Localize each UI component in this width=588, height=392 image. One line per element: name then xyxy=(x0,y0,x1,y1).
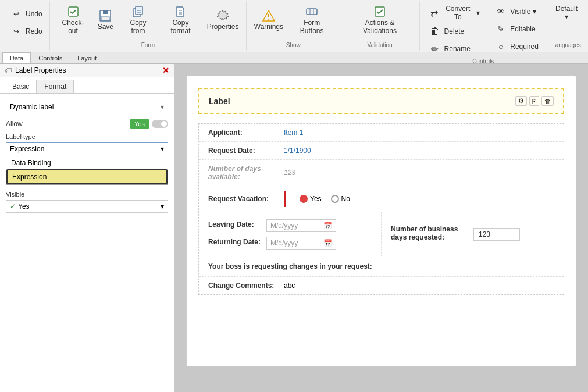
returning-date-label: Returning Date: xyxy=(208,238,266,246)
visible-arrow-icon: ▾ xyxy=(161,202,164,211)
calendar-icon: 📅 xyxy=(323,222,332,230)
form-row-request-vacation: Request Vacation: Yes No xyxy=(199,186,564,212)
leaving-date-row: Leaving Date: M/d/yyyy 📅 xyxy=(208,217,372,234)
tab-data[interactable]: Data xyxy=(2,52,31,63)
main-layout: 🏷 Label Properties ✕ Basic Format Dynami… xyxy=(0,64,588,392)
languages-group: Default ▾ Languages xyxy=(547,1,586,51)
panel-content: Dynamic label ▾ Allow Yes Label type Exp… xyxy=(0,94,174,392)
save-button[interactable]: Save xyxy=(94,8,117,32)
form-group: Check-out Save Copy from Copy format xyxy=(50,1,247,51)
undo-button[interactable]: ↩ Undo xyxy=(6,6,46,22)
warnings-icon xyxy=(262,9,276,23)
change-comments-value: abc xyxy=(284,281,295,290)
copy-format-button[interactable]: Copy format xyxy=(159,3,202,36)
convert-to-button[interactable]: ⇄ Convert To ▾ xyxy=(425,3,484,22)
visible-select[interactable]: ✓ Yes ▾ xyxy=(6,200,168,213)
leaving-date-input[interactable]: M/d/yyyy 📅 xyxy=(266,219,336,232)
panel-close-button[interactable]: ✕ xyxy=(162,66,169,74)
form-canvas: Label ⚙ ⎘ 🗑 Applicant: Item 1 Request Da… xyxy=(186,76,576,366)
editable-button[interactable]: ✎ Editable xyxy=(490,21,542,37)
label-widget: Label ⚙ ⎘ 🗑 xyxy=(198,88,564,114)
default-language-button[interactable]: Default ▾ xyxy=(552,3,581,22)
label-type-select[interactable]: Expression ▾ xyxy=(6,142,168,155)
redo-icon: ↪ xyxy=(9,24,23,38)
copy-from-icon xyxy=(131,5,145,19)
panel-tabs: Basic Format xyxy=(0,77,174,94)
widget-controls: ⚙ ⎘ 🗑 xyxy=(515,96,554,106)
tab-controls[interactable]: Controls xyxy=(31,52,70,63)
properties-icon xyxy=(216,9,230,23)
radio-yes[interactable]: Yes xyxy=(300,195,322,203)
copy-format-icon xyxy=(173,5,187,19)
properties-button[interactable]: Properties xyxy=(204,8,241,32)
form-col-dates: Leaving Date: M/d/yyyy 📅 Returning Date:… xyxy=(199,212,382,256)
radio-divider xyxy=(284,191,286,207)
warnings-button[interactable]: Warnings xyxy=(251,8,286,32)
copy-from-button[interactable]: Copy from xyxy=(119,3,156,36)
required-button[interactable]: ○ Required xyxy=(490,38,542,55)
label-type-dropdown: Data Binding Expression xyxy=(6,156,168,185)
form-row-applicant: Applicant: Item 1 xyxy=(199,124,564,142)
checkout-button[interactable]: Check-out xyxy=(55,3,92,36)
dropdown-item-data-binding[interactable]: Data Binding xyxy=(6,156,168,169)
form-buttons-icon xyxy=(305,5,319,19)
request-date-value: 1/1/1900 xyxy=(284,147,311,155)
actions-icon xyxy=(373,5,387,19)
tab-layout[interactable]: Layout xyxy=(70,52,104,63)
radio-yes-circle xyxy=(300,195,308,203)
widget-copy-button[interactable]: ⎘ xyxy=(529,96,539,106)
form-row-change-comments: Change Comments: abc xyxy=(199,277,564,294)
rename-button[interactable]: ✏ Rename xyxy=(425,41,484,57)
rename-icon: ✏ xyxy=(428,42,442,56)
radio-yes-label: Yes xyxy=(310,195,322,203)
select-arrow-icon: ▾ xyxy=(161,145,164,153)
required-icon: ○ xyxy=(494,40,508,54)
label-type-section: Label type Expression ▾ Data Binding Exp… xyxy=(6,133,168,185)
dynamic-label-select[interactable]: Dynamic label ▾ xyxy=(6,101,168,113)
delete-button[interactable]: 🗑 Delete xyxy=(425,23,484,40)
canvas-area: Label ⚙ ⎘ 🗑 Applicant: Item 1 Request Da… xyxy=(174,64,588,392)
visible-label: Visible xyxy=(6,191,168,198)
panel-tab-format[interactable]: Format xyxy=(37,80,74,93)
svg-point-14 xyxy=(268,19,269,20)
days-available-value: 123 xyxy=(284,169,295,177)
radio-no[interactable]: No xyxy=(331,195,350,203)
visible-section: Visible ✓ Yes ▾ xyxy=(6,191,168,213)
form-row-dates-business: Leaving Date: M/d/yyyy 📅 Returning Date:… xyxy=(199,212,564,256)
visible-icon: 👁 xyxy=(494,5,508,19)
controls-group: ⇄ Convert To ▾ 🗑 Delete ✏ Rename 👁 Visib… xyxy=(420,1,547,51)
days-available-label: Number of daysavailable: xyxy=(208,165,284,181)
dropdown-item-expression[interactable]: Expression xyxy=(6,169,168,184)
panel-title: Label Properties xyxy=(15,66,66,74)
editable-icon: ✎ xyxy=(494,22,508,36)
form-row-request-date: Request Date: 1/1/1900 xyxy=(199,142,564,160)
widget-delete-button[interactable]: 🗑 xyxy=(541,96,554,106)
panel-header: 🏷 Label Properties ✕ xyxy=(0,64,174,77)
allow-yes-button[interactable]: Yes xyxy=(130,119,149,129)
undo-redo-group: ↩ Undo ↪ Redo xyxy=(2,1,50,51)
form-row-boss-comment: Your boss is requesting changes in your … xyxy=(199,256,564,277)
radio-no-label: No xyxy=(341,195,350,203)
label-icon: 🏷 xyxy=(5,66,12,74)
redo-button[interactable]: ↪ Redo xyxy=(6,23,46,40)
panel-tab-basic[interactable]: Basic xyxy=(5,80,37,93)
widget-settings-button[interactable]: ⚙ xyxy=(515,96,527,106)
visible-button[interactable]: 👁 Visible ▾ xyxy=(490,3,542,20)
applicant-value: Item 1 xyxy=(284,129,303,137)
toolbar: ↩ Undo ↪ Redo Check-out Save xyxy=(0,0,588,52)
applicant-label: Applicant: xyxy=(208,129,284,137)
label-widget-text: Label xyxy=(209,97,230,106)
checkout-icon xyxy=(66,5,80,19)
change-comments-label: Change Comments: xyxy=(208,281,284,290)
validation-group: Actions & Validations Validation xyxy=(340,1,419,51)
calendar-icon-2: 📅 xyxy=(323,239,332,247)
form-buttons-button[interactable]: Form Buttons xyxy=(288,3,336,36)
business-days-input[interactable]: 123 xyxy=(473,228,520,241)
svg-rect-2 xyxy=(103,10,108,14)
business-days-label: Number of businessdays requested: xyxy=(391,225,466,241)
allow-slider[interactable] xyxy=(152,120,168,128)
check-icon: ✓ xyxy=(10,202,16,211)
actions-validations-button[interactable]: Actions & Validations xyxy=(345,3,414,36)
returning-date-input[interactable]: M/d/yyyy 📅 xyxy=(266,237,336,250)
leaving-date-label: Leaving Date: xyxy=(208,220,266,229)
